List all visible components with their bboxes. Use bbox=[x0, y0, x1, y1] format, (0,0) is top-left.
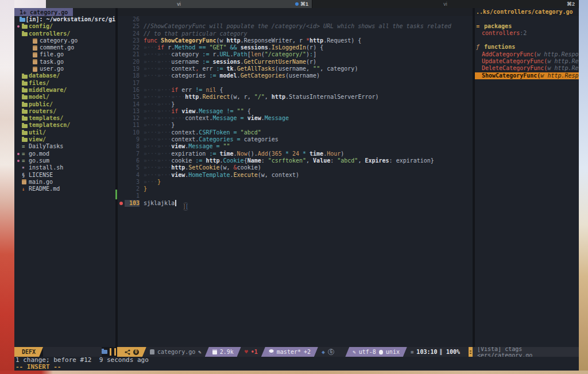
code-line[interactable]: 12»···»···»···context.Message = view.Mes… bbox=[118, 115, 473, 122]
tree-item[interactable]: task.go bbox=[14, 59, 115, 65]
code-line[interactable]: 18»···»···categories := model.GetCategor… bbox=[118, 72, 473, 79]
code-line[interactable]: 26 bbox=[118, 16, 473, 23]
wallpaper-left bbox=[0, 0, 14, 374]
folder-icon bbox=[22, 24, 29, 29]
folder-icon bbox=[22, 75, 28, 79]
folder-icon bbox=[22, 138, 28, 142]
code-line[interactable]: 21»···»···category := r.URL.Path[len("/c… bbox=[118, 51, 473, 58]
code-line[interactable]: 6»···»···cookie := http.Cookie{Name: "cs… bbox=[118, 157, 473, 164]
wallpaper-top-left bbox=[14, 0, 46, 8]
tree-item[interactable]: middleware/ bbox=[14, 87, 115, 94]
line-number: 20 bbox=[125, 59, 140, 65]
line-number: 3 bbox=[125, 179, 140, 186]
script-icon: ▪ bbox=[22, 164, 29, 171]
tree-item[interactable]: ↓README.md bbox=[14, 186, 115, 192]
line-text: } bbox=[144, 186, 147, 192]
buffer-tab[interactable]: 1+ category.go bbox=[14, 8, 73, 16]
vista-item[interactable]: DeleteCategoryFunc(w http.Re bbox=[475, 65, 579, 72]
code-line[interactable]: 14»···»···} bbox=[118, 101, 473, 108]
tree-item[interactable]: category.go bbox=[14, 37, 115, 44]
vista-item[interactable]: AddCategoryFunc(w http.Respo bbox=[475, 51, 579, 58]
scroll-indicator-bar bbox=[110, 348, 111, 356]
encoding-label: utf-8 bbox=[359, 349, 376, 355]
code-line[interactable]: 9»···»···context.Categories = categories bbox=[118, 136, 473, 143]
scrollbar-thumb[interactable] bbox=[469, 347, 473, 357]
tree-item[interactable]: util/ bbox=[14, 129, 115, 136]
tree-item[interactable]: controllers/ bbox=[14, 30, 115, 37]
license-icon: § bbox=[22, 172, 29, 179]
tree-item[interactable]: view/ bbox=[14, 136, 115, 143]
code-line[interactable]: 22»···if r.Method == "GET" && sessions.I… bbox=[118, 44, 473, 51]
code-line[interactable]: 17 bbox=[118, 80, 473, 87]
tree-item[interactable]: config/ bbox=[14, 23, 115, 30]
tree-item[interactable]: public/ bbox=[14, 101, 115, 108]
vista-item[interactable]: controllers:2 bbox=[475, 30, 579, 37]
tree-item[interactable]: comment.go bbox=[14, 44, 115, 51]
code-line[interactable]: 11»···»···} bbox=[118, 122, 473, 129]
code-line[interactable]: 13»···»···if view.Message != "" { bbox=[118, 108, 473, 115]
code-line[interactable]: 3»···} bbox=[118, 179, 473, 186]
tree-item[interactable]: user.go bbox=[14, 65, 115, 72]
code-line[interactable]: 8»···»···view.Message = "" bbox=[118, 143, 473, 150]
code-line[interactable]: 23func ShowCategoryFunc(w http.ResponseW… bbox=[118, 37, 473, 44]
dot-column bbox=[14, 25, 22, 28]
code-line[interactable]: 103sjklajkla bbox=[118, 200, 473, 207]
vista-item-signature: w http.Re bbox=[547, 58, 578, 65]
mode-segment: 0 bbox=[117, 347, 146, 357]
code-editor[interactable]: 2625//ShowCategoryFunc will populate the… bbox=[118, 16, 473, 355]
code-line[interactable]: 20»···»···username := sessions.GetCurren… bbox=[118, 59, 473, 65]
code-line[interactable]: 4»···»···view.HomeTemplate.Execute(w, co… bbox=[118, 172, 473, 179]
tree-item[interactable]: main.go bbox=[14, 179, 115, 186]
tree-item[interactable]: ≡go.mod bbox=[14, 151, 115, 157]
terminal-tab[interactable]: vi⌘2 bbox=[312, 0, 579, 8]
tree-item[interactable]: templatescn/ bbox=[14, 122, 115, 129]
tree-item[interactable]: ▪install.sh bbox=[14, 164, 115, 171]
filesize-label: 2.9k bbox=[220, 349, 234, 355]
code-line[interactable]: 15»···»···»···http.Redirect(w, r, "/", h… bbox=[118, 94, 473, 101]
tab-right: ⌘2 bbox=[567, 0, 575, 8]
folder-icon bbox=[22, 137, 29, 142]
dot-column bbox=[14, 68, 33, 70]
code-line[interactable]: 1 bbox=[118, 192, 473, 199]
modified-pencil-icon: ✎ bbox=[198, 349, 201, 355]
code-line[interactable]: 2} bbox=[118, 186, 473, 192]
tree-item[interactable]: ≡go.sum bbox=[14, 157, 115, 164]
code-line[interactable]: 10»···»···context.CSRFToken = "abcd" bbox=[118, 129, 473, 136]
terminal-tab[interactable]: vi⌘1 bbox=[46, 0, 312, 8]
git-modified-dot bbox=[17, 25, 20, 28]
code-line[interactable]: 16»···»···if err != nil { bbox=[118, 87, 473, 94]
dot-column bbox=[14, 18, 20, 21]
statusline-vista: [Vista] ctags <ers/category.go bbox=[473, 347, 579, 357]
folder-icon bbox=[22, 32, 28, 36]
tree-item-label: comment.go bbox=[40, 44, 74, 51]
filename-segment: category.go ✎ bbox=[142, 347, 209, 357]
tree-item[interactable]: database/ bbox=[14, 72, 115, 79]
vista-item[interactable]: UpdateCategoryFunc(w http.Re bbox=[475, 58, 579, 65]
code-line[interactable]: 24// to that particular category bbox=[118, 30, 473, 37]
tree-item[interactable]: files/ bbox=[14, 80, 115, 87]
tree-item[interactable]: model/ bbox=[14, 94, 115, 101]
vista-section-title: ƒfunctions bbox=[475, 44, 579, 51]
git-added-marker bbox=[115, 190, 117, 199]
tree-item-label: templatescn/ bbox=[29, 122, 70, 129]
code-line[interactable]: 25//ShowCategoryFunc will populate the /… bbox=[118, 23, 473, 30]
tree-item[interactable]: templates/ bbox=[14, 115, 115, 122]
line-text: »···»···»···http.Redirect(w, r, "/", htt… bbox=[144, 94, 379, 101]
tree-item[interactable]: §LICENSE bbox=[14, 172, 115, 179]
go-icon bbox=[22, 179, 29, 184]
code-line[interactable]: 7»···»···expiration := time.Now().Add(36… bbox=[118, 151, 473, 157]
tree-item-label: main.go bbox=[29, 179, 53, 186]
tree-item[interactable]: [in]: ~/workstation/src/gi bbox=[14, 16, 115, 23]
code-line[interactable]: 19»···»···context, err := tk.GetAllTasks… bbox=[118, 65, 473, 72]
tree-item-label: util/ bbox=[29, 129, 46, 136]
dot-column bbox=[14, 89, 22, 91]
tree-item[interactable]: routers/ bbox=[14, 108, 115, 115]
tree-item[interactable]: file.go bbox=[14, 51, 115, 58]
vista-section-label: packages bbox=[484, 23, 512, 30]
code-line[interactable]: 5»···»···http.SetCookie(w, &cookie) bbox=[118, 164, 473, 171]
filesize-segment: 2.9k bbox=[205, 347, 241, 357]
vista-item[interactable]: ShowCategoryFunc(w http.Resp bbox=[475, 72, 579, 79]
defx-mode-label: DEFX bbox=[22, 349, 36, 355]
tree-item[interactable]: ≡DailyTasks bbox=[14, 143, 115, 150]
tab-title: vi bbox=[177, 1, 181, 7]
